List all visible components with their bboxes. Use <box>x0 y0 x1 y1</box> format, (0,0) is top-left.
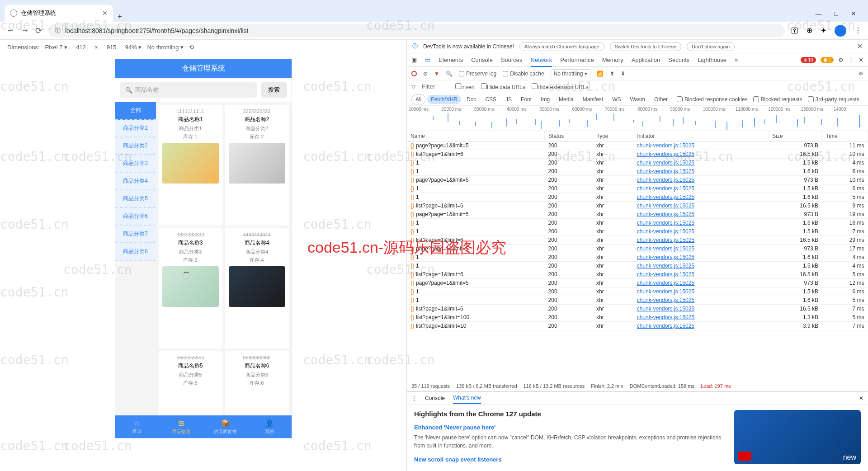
inspect-icon[interactable]: ▣ <box>411 57 417 63</box>
col-size[interactable]: Size <box>769 131 822 141</box>
preserve-log-checkbox[interactable]: Preserve log <box>459 71 496 77</box>
devtools-close-icon[interactable]: ✕ <box>859 57 863 63</box>
type-filter-media[interactable]: Media <box>555 95 577 104</box>
network-row[interactable]: {}page?page=1&limit=5 200 xhr chunk-vend… <box>407 176 868 184</box>
network-row[interactable]: {}1 200 xhr chunk-vendors.js:15025 1.6 k… <box>407 193 868 202</box>
device-select[interactable]: Pixel 7 ▾ <box>45 44 68 51</box>
category-item[interactable]: 商品分类7 <box>115 226 156 243</box>
devtools-tab-lighthouse[interactable]: Lighthouse <box>698 57 726 63</box>
cell-initiator[interactable]: chunk-vendors.js:15025 <box>633 167 769 176</box>
category-item[interactable]: 商品分类2 <box>115 137 156 155</box>
nav-reload-icon[interactable]: ⟳ <box>35 26 42 36</box>
banner-switch-button[interactable]: Switch DevTools to Chinese <box>610 42 681 51</box>
category-item[interactable]: 商品分类6 <box>115 208 156 226</box>
download-icon[interactable]: ⬇ <box>621 71 625 77</box>
throttle-select[interactable]: No throttling ▾ <box>147 44 184 51</box>
hide-extension-urls-checkbox[interactable]: Hide extension URLs <box>532 83 589 90</box>
browser-tab[interactable]: 仓储管理系统 ✕ <box>5 5 113 22</box>
network-row[interactable]: {}1 200 xhr chunk-vendors.js:15025 1.5 k… <box>407 227 868 236</box>
devtools-tab-sources[interactable]: Sources <box>501 57 523 63</box>
network-row[interactable]: {}list?page=1&limit=100 200 xhr chunk-ve… <box>407 313 868 322</box>
cell-initiator[interactable]: chunk-vendors.js:15025 <box>633 262 769 270</box>
filter-input[interactable] <box>422 83 449 90</box>
cell-initiator[interactable]: chunk-vendors.js:15025 <box>633 150 769 159</box>
devtools-settings-icon[interactable]: ⚙ <box>838 57 844 63</box>
devtools-tab-console[interactable]: Console <box>471 57 493 63</box>
network-row[interactable]: {}page?page=1&limit=5 200 xhr chunk-vend… <box>407 245 868 253</box>
network-timeline[interactable]: 10000 ms20000 ms30000 ms40000 ms50000 ms… <box>407 106 868 131</box>
tab-close-icon[interactable]: ✕ <box>102 9 108 17</box>
profile-avatar[interactable] <box>835 25 846 37</box>
network-row[interactable]: {}1 200 xhr chunk-vendors.js:15025 1.5 k… <box>407 159 868 167</box>
cell-initiator[interactable]: chunk-vendors.js:15025 <box>633 227 769 236</box>
window-maximize-icon[interactable]: □ <box>835 10 838 17</box>
nav-back-icon[interactable]: ← <box>6 26 14 35</box>
width-input[interactable]: 412 <box>73 44 89 51</box>
blocked-cookies-checkbox[interactable]: Blocked response cookies <box>677 96 747 103</box>
site-info-icon[interactable]: ⓘ <box>55 27 61 35</box>
banner-match-button[interactable]: Always match Chrome's language <box>519 42 604 51</box>
network-row[interactable]: {}list?page=1&limit=6 200 xhr chunk-vend… <box>407 236 868 245</box>
cell-initiator[interactable]: chunk-vendors.js:15025 <box>633 313 769 322</box>
cell-initiator[interactable]: chunk-vendors.js:15025 <box>633 279 769 287</box>
settings-icon[interactable]: ⚙ <box>859 71 863 77</box>
type-filter-fetch-xhr[interactable]: Fetch/XHR <box>427 95 461 104</box>
search-input[interactable]: 🔍 商品名称 <box>120 82 257 98</box>
col-initiator[interactable]: Initiator <box>633 131 769 141</box>
network-row[interactable]: {}list?page=1&limit=10 200 xhr chunk-ven… <box>407 322 868 330</box>
hide-data-urls-checkbox[interactable]: Hide data URLs <box>481 83 525 90</box>
network-row[interactable]: {}list?page=1&limit=6 200 xhr chunk-vend… <box>407 305 868 313</box>
network-row[interactable]: {}1 200 xhr chunk-vendors.js:15025 1.6 k… <box>407 253 868 262</box>
category-item[interactable]: 商品分类3 <box>115 155 156 173</box>
network-row[interactable]: {}1 200 xhr chunk-vendors.js:15025 1.5 k… <box>407 287 868 296</box>
error-badge[interactable]: ⊗ 10 <box>801 57 816 63</box>
cell-initiator[interactable]: chunk-vendors.js:15025 <box>633 202 769 210</box>
zoom-icon[interactable]: ⊕ <box>807 26 812 35</box>
window-minimize-icon[interactable]: — <box>816 10 822 17</box>
cell-initiator[interactable]: chunk-vendors.js:15025 <box>633 287 769 296</box>
category-item[interactable]: 商品分类5 <box>115 190 156 208</box>
type-filter-js[interactable]: JS <box>502 95 515 104</box>
cell-initiator[interactable]: chunk-vendors.js:15025 <box>633 176 769 184</box>
bottom-nav-item[interactable]: ⊞商品信息 <box>159 415 203 438</box>
height-input[interactable]: 915 <box>104 44 120 51</box>
bottom-nav-item[interactable]: 👤我的 <box>247 415 292 438</box>
devtools-more-icon[interactable]: ⋮ <box>848 57 854 63</box>
clear-icon[interactable]: ⊘ <box>423 71 428 77</box>
network-row[interactable]: {}1 200 xhr chunk-vendors.js:15025 1.6 k… <box>407 296 868 305</box>
network-row[interactable]: {}list?page=1&limit=6 200 xhr chunk-vend… <box>407 202 868 210</box>
cell-initiator[interactable]: chunk-vendors.js:15025 <box>633 184 769 193</box>
invert-checkbox[interactable]: Invert <box>455 83 475 90</box>
device-mode-icon[interactable]: ▭ <box>425 57 430 63</box>
more-menu-icon[interactable]: ⋮ <box>854 26 862 35</box>
network-row[interactable]: {}page?page=1&limit=5 200 xhr chunk-vend… <box>407 279 868 287</box>
upload-icon[interactable]: ⬆ <box>610 71 614 77</box>
extensions-icon[interactable]: ✦ <box>821 26 826 35</box>
network-table[interactable]: NameStatusTypeInitiatorSizeTime {}page?p… <box>407 131 868 380</box>
banner-close-icon[interactable]: ✕ <box>857 42 863 51</box>
cell-initiator[interactable]: chunk-vendors.js:15025 <box>633 236 769 245</box>
window-close-icon[interactable]: ✕ <box>851 10 856 17</box>
devtools-tab-elements[interactable]: Elements <box>439 57 463 63</box>
network-row[interactable]: {}1 200 xhr chunk-vendors.js:15025 1.5 k… <box>407 262 868 270</box>
category-item[interactable]: 全部 <box>115 102 156 120</box>
devtools-tab-application[interactable]: Application <box>632 57 660 63</box>
network-row[interactable]: {}1 200 xhr chunk-vendors.js:15025 1.6 k… <box>407 167 868 176</box>
type-filter-img[interactable]: Img <box>537 95 553 104</box>
zoom-select[interactable]: 94% ▾ <box>125 44 142 51</box>
product-card[interactable]: 1111111111 商品名称1 商品分类1 库存:1 <box>159 105 222 226</box>
network-row[interactable]: {}1 200 xhr chunk-vendors.js:15025 1.6 k… <box>407 219 868 227</box>
network-row[interactable]: {}page?page=1&limit=5 200 xhr chunk-vend… <box>407 141 868 150</box>
col-status[interactable]: Status <box>545 131 593 141</box>
rotate-icon[interactable]: ⟲ <box>189 44 194 51</box>
whatsnew-video-thumb[interactable]: new <box>734 410 861 464</box>
nav-forward-icon[interactable]: → <box>21 26 29 35</box>
search-icon[interactable]: 🔍 <box>446 71 453 77</box>
cell-initiator[interactable]: chunk-vendors.js:15025 <box>633 245 769 253</box>
product-card[interactable]: 2222222222 商品名称2 商品分类2 库存:2 <box>225 105 289 226</box>
banner-dismiss-button[interactable]: Don't show again <box>687 42 735 51</box>
devtools-tab-security[interactable]: Security <box>668 57 689 63</box>
filter-toggle-icon[interactable]: ▼ <box>434 71 439 77</box>
category-item[interactable]: 商品分类4 <box>115 173 156 190</box>
cell-initiator[interactable]: chunk-vendors.js:15025 <box>633 322 769 330</box>
